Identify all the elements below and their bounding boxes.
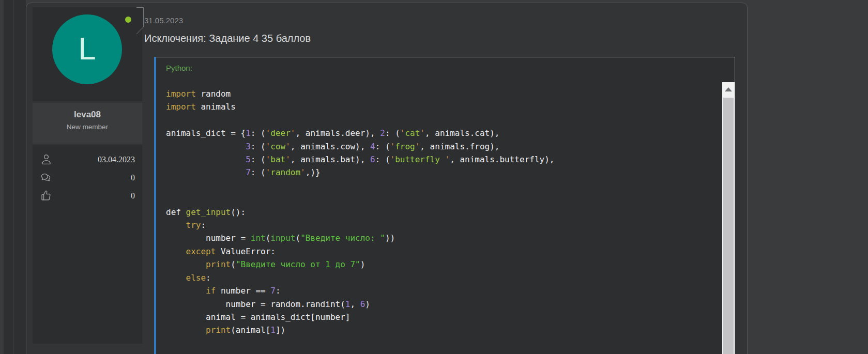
code-token: 3 (246, 142, 251, 151)
code-token: 7 (270, 286, 276, 296)
code-token: ' (390, 155, 395, 164)
code-line: import random (166, 87, 722, 100)
code-token: animals_dict = { (166, 128, 246, 138)
code-line: except ValueError: (166, 245, 722, 258)
page-left-gutter (4, 0, 26, 354)
code-token: ' (300, 167, 306, 177)
code-token: ' (266, 128, 271, 138)
code-token: frog (395, 142, 415, 151)
scrollbar-up-button[interactable] (722, 82, 735, 97)
code-block: Python: import randomimport animals anim… (154, 57, 735, 354)
username-block: leva08 New member (33, 103, 142, 144)
code-line: import animals (166, 100, 722, 113)
code-token (166, 286, 206, 296)
code-token: print (206, 259, 231, 269)
code-token: animal = animals_dict[number] (166, 312, 350, 322)
code-line: animal = animals_dict[number] (166, 311, 722, 324)
code-token: "Введите число: " (300, 233, 385, 243)
code-token (166, 325, 206, 335)
code-token (166, 142, 246, 151)
code-token: ) (360, 259, 366, 269)
code-token: number == (216, 286, 270, 296)
code-token: 1 (345, 299, 351, 309)
code-token: except (186, 247, 216, 256)
code-token: 5 (246, 155, 251, 164)
code-token: ' (266, 167, 271, 177)
code-token: 1 (270, 325, 276, 335)
messages-count-row: 0 (40, 168, 135, 187)
code-token: cat (405, 128, 420, 138)
code-scrollbar[interactable] (722, 82, 735, 354)
code-token: ( (295, 233, 300, 243)
code-token: butterfly (395, 155, 445, 164)
avatar[interactable]: L (52, 14, 122, 84)
code-token: ( (231, 259, 236, 269)
code-token: def (166, 207, 186, 217)
code-line: animals_dict = {1: ('deer', animals.deer… (166, 127, 722, 140)
messages-icon (40, 171, 53, 184)
code-token: ) (365, 299, 370, 309)
scrollbar-thumb[interactable] (723, 98, 734, 354)
code-token: if (206, 286, 216, 296)
code-token: 6 (360, 299, 366, 309)
code-token: import (166, 102, 196, 112)
code-token: , (350, 299, 360, 309)
code-line (166, 179, 722, 192)
scroll-up-arrow-icon (725, 87, 732, 91)
code-token: ( (266, 233, 271, 243)
code-token: bat (270, 155, 285, 164)
code-line: if number == 7: (166, 284, 722, 297)
code-line: print("Введите число от 1 до 7") (166, 258, 722, 271)
code-token: : ( (375, 142, 390, 151)
code-scroll-area: import randomimport animals animals_dict… (156, 82, 722, 354)
code-content: import randomimport animals animals_dict… (166, 87, 722, 337)
user-role-label: New member (33, 123, 142, 131)
likes-icon (40, 189, 53, 202)
code-token: , animals.deer), (295, 128, 380, 138)
code-line: 3: ('cow', animals.cow), 4: ('frog', ani… (166, 140, 722, 153)
code-token: input (270, 233, 295, 243)
code-token: 7 (246, 167, 251, 177)
code-token: try (186, 220, 201, 230)
code-token: : ( (385, 128, 400, 138)
code-token: , animals.cat), (425, 128, 500, 138)
code-token: "Введите число от 1 до 7" (236, 259, 360, 269)
code-token: 1 (246, 128, 251, 138)
code-token: : ( (251, 155, 266, 164)
code-token (166, 273, 186, 283)
user-stats-block: 03.04.2023 0 0 (33, 145, 142, 344)
code-token: ]) (276, 325, 285, 335)
user-icon (40, 153, 53, 166)
code-token: ' (266, 142, 271, 151)
post-date[interactable]: 31.05.2023 (144, 16, 183, 25)
code-token: ' (445, 155, 450, 164)
code-token (166, 259, 206, 269)
code-token: 4 (370, 142, 375, 151)
code-token: : ( (251, 142, 266, 151)
code-token: deer (270, 128, 291, 138)
code-token: : ( (251, 167, 266, 177)
code-line: 7: ('random',)} (166, 166, 722, 179)
code-token: ValueError: (216, 247, 276, 256)
code-token: ' (266, 155, 271, 164)
code-token: ' (420, 128, 425, 138)
code-line (166, 114, 722, 127)
forum-post: L leva08 New member 03.04.2023 0 (26, 3, 748, 354)
code-token: number = (166, 233, 251, 243)
code-token (166, 167, 246, 177)
code-token: get_input (186, 207, 231, 217)
code-token: , animals.frog), (420, 142, 499, 151)
code-token: 2 (380, 128, 385, 138)
post-title: Исключения: Задание 4 35 баллов (144, 33, 311, 44)
code-token (166, 220, 186, 230)
likes-count-row: 0 (40, 187, 135, 205)
code-token: import (166, 89, 196, 99)
username-link[interactable]: leva08 (33, 110, 142, 120)
code-token: )) (385, 233, 395, 243)
code-token: else (186, 273, 206, 283)
code-token: ' (285, 155, 291, 164)
code-line: def get_input(): (166, 206, 722, 219)
code-token: : ( (375, 155, 390, 164)
code-token: random (196, 89, 231, 99)
code-line: 5: ('bat', animals.bat), 6: ('butterfly … (166, 153, 722, 166)
